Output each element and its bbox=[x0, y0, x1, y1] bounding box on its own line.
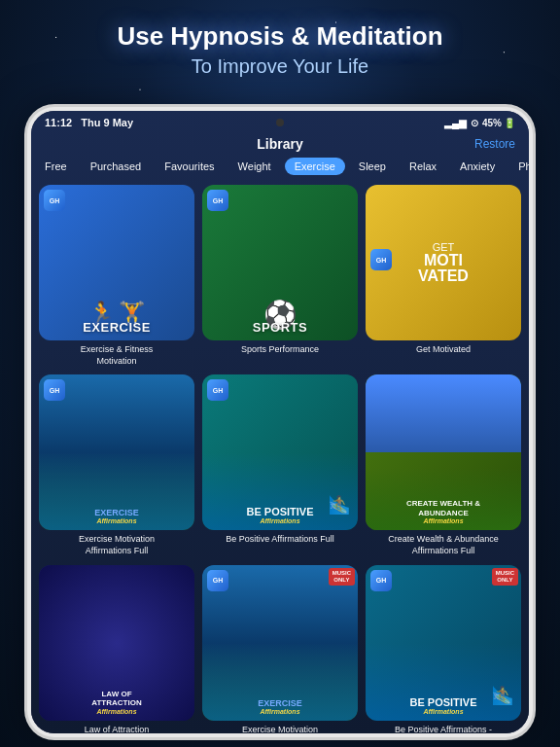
restore-button[interactable]: Restore bbox=[474, 137, 515, 151]
affirmations-label: Affirmations bbox=[423, 517, 463, 524]
card-label: Exercise & FitnessMotivation bbox=[79, 344, 156, 367]
affirmations-label: Affirmations bbox=[260, 517, 299, 524]
grid-row-2: GH EXERCISE Affirmations Exercise Motiva… bbox=[39, 374, 521, 556]
grid-row-1: GH 🏃 🏋️ EXERCISE Exercise & FitnessMotiv… bbox=[39, 185, 521, 367]
list-item[interactable]: GH LAW OFATTRACTION Affirmations Law of … bbox=[39, 565, 194, 733]
tab-phobias[interactable]: Phobias bbox=[508, 158, 529, 175]
get-motivated-card[interactable]: GH GET MOTIVATED bbox=[366, 185, 521, 340]
affirmations-label: Affirmations bbox=[260, 708, 299, 715]
sports-performance-card[interactable]: GH ⚽ Sports bbox=[202, 185, 358, 340]
motivated-text-block: GET MOTIVATED bbox=[418, 241, 469, 284]
status-icons: ▂▄▆ ⊙ 45% 🔋 bbox=[444, 118, 515, 128]
header-subtitle: To Improve Your Life bbox=[0, 55, 560, 78]
exercise-label: EXERCISE bbox=[258, 698, 302, 708]
tab-relax[interactable]: Relax bbox=[400, 158, 446, 175]
card-title: EXERCISE bbox=[83, 321, 151, 335]
list-item[interactable]: GH MUSICONLY 🏄 BE POSITIVE Affirmations … bbox=[366, 565, 521, 733]
tab-purchased[interactable]: Purchased bbox=[81, 158, 152, 175]
be-positive-music-card[interactable]: GH MUSICONLY 🏄 BE POSITIVE Affirmations bbox=[366, 565, 521, 721]
motivated-content: GH GET MOTIVATED bbox=[366, 185, 521, 340]
tab-weight[interactable]: Weight bbox=[228, 158, 281, 175]
gh-logo: GH bbox=[370, 249, 392, 270]
card-text-content: BE POSITIVE Affirmations bbox=[366, 565, 521, 721]
tab-sleep[interactable]: Sleep bbox=[349, 158, 396, 175]
card-label: Create Wealth & AbundanceAffirmations Fu… bbox=[386, 534, 500, 556]
motivated-main: MOTIVATED bbox=[418, 253, 469, 284]
attraction-text: LAW OFATTRACTION bbox=[91, 690, 141, 708]
card-label: Get Motivated bbox=[414, 344, 472, 356]
header-section: Use Hypnosis & Meditation To Improve You… bbox=[0, 0, 560, 78]
status-time: 11:12 Thu 9 May bbox=[45, 117, 133, 128]
battery-icon: 45% 🔋 bbox=[482, 118, 515, 128]
card-title: Sports bbox=[253, 321, 307, 335]
list-item[interactable]: GH CREATE WEALTH &ABUNDANCE Affirmations… bbox=[366, 374, 521, 556]
device-screen: 11:12 Thu 9 May ▂▄▆ ⊙ 45% 🔋 Library Rest… bbox=[31, 111, 529, 733]
list-item[interactable]: GH GET MOTIVATED Get Motivated bbox=[366, 185, 521, 367]
nav-title: Library bbox=[257, 136, 302, 152]
tab-exercise[interactable]: Exercise bbox=[285, 158, 345, 175]
front-camera bbox=[276, 119, 284, 126]
law-of-attraction-card[interactable]: GH LAW OFATTRACTION Affirmations bbox=[39, 565, 194, 721]
tab-free[interactable]: Free bbox=[35, 158, 77, 175]
affirmations-label: Affirmations bbox=[96, 708, 136, 715]
wealth-abundance-card[interactable]: GH CREATE WEALTH &ABUNDANCE Affirmations bbox=[366, 374, 521, 530]
content-grid: GH 🏃 🏋️ EXERCISE Exercise & FitnessMotiv… bbox=[31, 181, 529, 733]
list-item[interactable]: GH EXERCISE Affirmations Exercise Motiva… bbox=[39, 374, 194, 556]
list-item[interactable]: GH 🏃 🏋️ EXERCISE Exercise & FitnessMotiv… bbox=[39, 185, 194, 367]
positive-text: BE POSITIVE bbox=[409, 696, 476, 708]
card-text-content: EXERCISE bbox=[39, 185, 194, 340]
tab-favourites[interactable]: Favourites bbox=[155, 158, 224, 175]
card-label: Exercise MotivationAffirmations Full bbox=[77, 534, 157, 556]
grid-row-3: GH LAW OFATTRACTION Affirmations Law of … bbox=[39, 565, 521, 733]
card-label: Sports Performance bbox=[239, 344, 321, 356]
exercise-label: EXERCISE bbox=[94, 508, 139, 517]
app-screen: 11:12 Thu 9 May ▂▄▆ ⊙ 45% 🔋 Library Rest… bbox=[31, 111, 529, 733]
list-item[interactable]: GH 🏄 BE POSITIVE Affirmations Be Positiv… bbox=[202, 374, 358, 556]
tab-anxiety[interactable]: Anxiety bbox=[450, 158, 505, 175]
affirmations-label: Affirmations bbox=[423, 708, 463, 715]
exercise-music-card[interactable]: GH MUSICONLY EXERCISE Affirmations bbox=[202, 565, 358, 721]
card-label: Be Positive Affirmations Full bbox=[224, 534, 335, 546]
card-text-content: EXERCISE Affirmations bbox=[39, 374, 194, 530]
header-title: Use Hypnosis & Meditation bbox=[0, 21, 560, 52]
wealth-text: CREATE WEALTH &ABUNDANCE bbox=[406, 499, 480, 517]
filter-tabs: Free Purchased Favourites Weight Exercis… bbox=[31, 158, 529, 181]
card-text-content: CREATE WEALTH &ABUNDANCE Affirmations bbox=[366, 374, 521, 530]
card-text-content: Sports bbox=[202, 185, 358, 340]
list-item[interactable]: GH ⚽ Sports Sports Performance bbox=[202, 185, 358, 367]
exercise-affirmations-card[interactable]: GH EXERCISE Affirmations bbox=[39, 374, 194, 530]
be-positive-card[interactable]: GH 🏄 BE POSITIVE Affirmations bbox=[202, 374, 358, 530]
card-text-content: LAW OFATTRACTION Affirmations bbox=[39, 565, 194, 721]
list-item[interactable]: GH MUSICONLY EXERCISE Affirmations Exerc… bbox=[202, 565, 358, 733]
device-frame: 11:12 Thu 9 May ▂▄▆ ⊙ 45% 🔋 Library Rest… bbox=[27, 107, 533, 737]
wifi-icon: ⊙ bbox=[471, 118, 478, 128]
nav-bar: Library Restore bbox=[31, 130, 529, 158]
card-text-content: BE POSITIVE Affirmations bbox=[202, 374, 358, 530]
affirmations-label: Affirmations bbox=[96, 517, 136, 524]
card-label: Be Positive Affirmations -Music Only bbox=[393, 725, 494, 733]
signal-icon: ▂▄▆ bbox=[444, 118, 467, 128]
card-label: Law of AttractionAffirmations Full bbox=[83, 725, 152, 733]
card-label: Exercise MotivationAffirmations - Music … bbox=[229, 725, 331, 733]
positive-text: BE POSITIVE bbox=[246, 506, 313, 517]
card-text-content: EXERCISE Affirmations bbox=[202, 565, 358, 721]
exercise-fitness-card[interactable]: GH 🏃 🏋️ EXERCISE bbox=[39, 185, 194, 340]
